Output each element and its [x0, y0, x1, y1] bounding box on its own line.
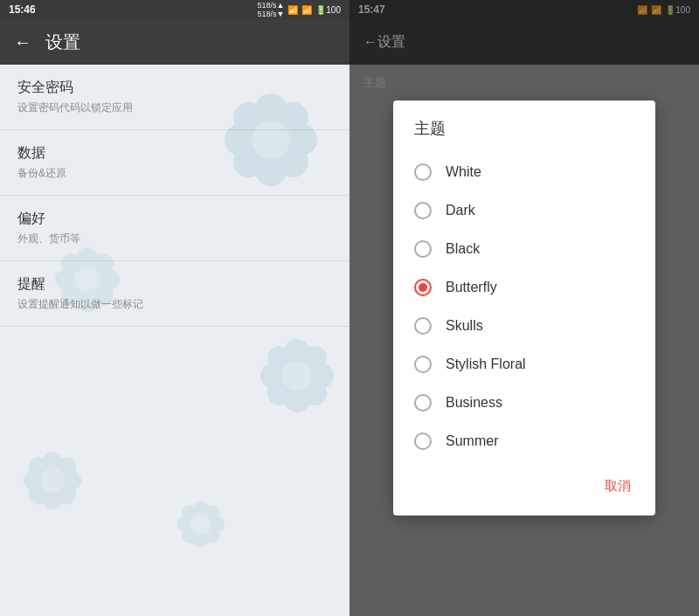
- status-bar-left: 15:46 518/s▲518/s▼ 📶 📶 🔋100: [0, 0, 350, 19]
- option-label-butterfly: Butterfly: [446, 280, 497, 295]
- radio-white: [414, 163, 432, 181]
- radio-business: [414, 394, 432, 412]
- radio-butterfly: [414, 279, 432, 296]
- option-label-white: White: [446, 164, 481, 180]
- option-summer[interactable]: Summer: [393, 422, 655, 460]
- dialog-overlay: 主题 White Dark Black: [350, 0, 699, 616]
- status-icons-left: 518/s▲518/s▼ 📶 📶 🔋100: [257, 1, 341, 18]
- security-subtitle: 设置密码代码以锁定应用: [17, 100, 332, 115]
- battery-left: 🔋100: [315, 5, 341, 15]
- option-skulls[interactable]: Skulls: [393, 307, 655, 345]
- option-label-business: Business: [446, 395, 502, 411]
- option-dark[interactable]: Dark: [393, 191, 655, 230]
- page-title-left: 设置: [45, 31, 80, 54]
- option-label-dark: Dark: [446, 203, 475, 218]
- preference-title: 偏好: [17, 210, 332, 228]
- option-butterfly[interactable]: Butterfly: [393, 268, 655, 307]
- dialog-actions: 取消: [393, 464, 655, 516]
- option-white[interactable]: White: [393, 153, 655, 191]
- left-screen: 15:46 518/s▲518/s▼ 📶 📶 🔋100 ← 设置 安全密码 设置…: [0, 0, 350, 616]
- time-left: 15:46: [9, 3, 36, 16]
- option-stylish-floral[interactable]: Stylish Floral: [393, 345, 655, 384]
- reminder-title: 提醒: [17, 275, 332, 294]
- settings-item-data[interactable]: 数据 备份&还原: [0, 130, 350, 196]
- wifi-icon-left: 📶: [287, 5, 298, 15]
- settings-item-preference[interactable]: 偏好 外观、货币等: [0, 196, 350, 261]
- signal-icon-left: 📶: [301, 5, 312, 15]
- header-left: ← 设置: [0, 19, 350, 65]
- option-label-stylish-floral: Stylish Floral: [446, 356, 526, 372]
- cancel-button[interactable]: 取消: [594, 471, 641, 502]
- option-business[interactable]: Business: [393, 384, 655, 422]
- data-subtitle: 备份&还原: [17, 166, 332, 181]
- theme-options-list: White Dark Black Butterfly: [393, 149, 655, 464]
- radio-stylish-floral: [414, 356, 432, 373]
- right-screen: 15:47 📶 📶 🔋100 ← 设置 主题 主题 White: [350, 0, 699, 616]
- network-speed-left: 518/s▲518/s▼: [257, 1, 284, 18]
- option-black[interactable]: Black: [393, 230, 655, 268]
- radio-summer: [414, 433, 432, 450]
- option-label-summer: Summer: [446, 433, 498, 449]
- option-label-skulls: Skulls: [446, 318, 483, 334]
- radio-black: [414, 240, 432, 258]
- preference-subtitle: 外观、货币等: [17, 232, 332, 246]
- settings-item-security[interactable]: 安全密码 设置密码代码以锁定应用: [0, 65, 350, 130]
- option-label-black: Black: [446, 241, 480, 257]
- reminder-subtitle: 设置提醒通知以做一些标记: [17, 297, 332, 312]
- back-button-left[interactable]: ←: [14, 32, 31, 52]
- settings-list: 安全密码 设置密码代码以锁定应用 数据 备份&还原 偏好 外观、货币等 提醒 设…: [0, 65, 350, 616]
- radio-dark: [414, 202, 432, 219]
- security-title: 安全密码: [17, 79, 332, 97]
- radio-skulls: [414, 317, 432, 335]
- settings-item-reminder[interactable]: 提醒 设置提醒通知以做一些标记: [0, 261, 350, 327]
- radio-inner-butterfly: [419, 283, 427, 292]
- theme-dialog: 主题 White Dark Black: [393, 100, 655, 516]
- dialog-title: 主题: [393, 100, 655, 149]
- data-title: 数据: [17, 144, 332, 163]
